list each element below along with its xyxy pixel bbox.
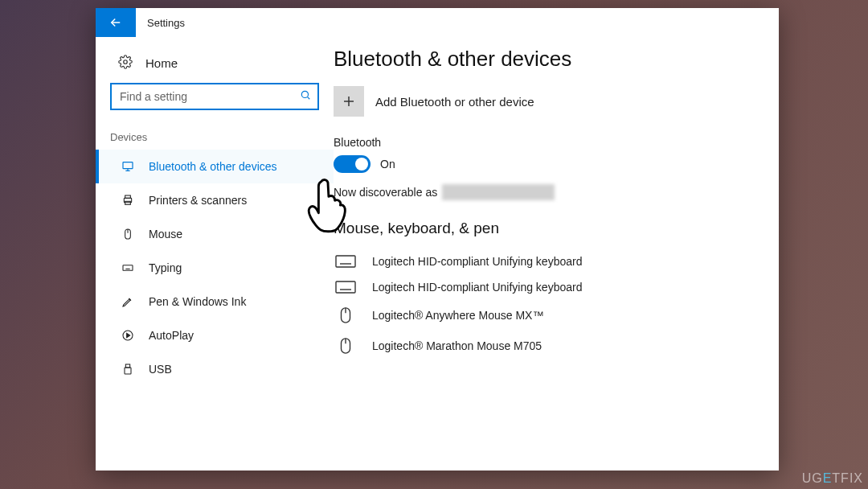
svg-rect-18: [125, 364, 129, 368]
page-title: Bluetooth & other devices: [334, 47, 760, 72]
mouse-icon: [121, 228, 136, 240]
home-link[interactable]: Home: [96, 47, 334, 80]
svg-rect-6: [125, 201, 131, 204]
sidebar-item-pen[interactable]: Pen & Windows Ink: [96, 285, 334, 318]
svg-rect-19: [125, 368, 131, 374]
device-list: Logitech HID-compliant Unifying keyboard…: [334, 249, 760, 361]
usb-icon: [121, 363, 136, 376]
watermark: UGETFIX: [802, 471, 863, 486]
sidebar-item-label: Printers & scanners: [149, 194, 247, 207]
title-bar: Settings: [96, 8, 779, 37]
sidebar-item-label: Typing: [149, 261, 182, 274]
sidebar-item-mouse[interactable]: Mouse: [96, 217, 334, 251]
keyboard-icon: [121, 261, 136, 274]
settings-window: Settings Home Devices: [96, 8, 779, 471]
mouse-icon: [334, 337, 358, 355]
toggle-knob: [355, 158, 368, 171]
back-button[interactable]: [96, 8, 136, 37]
autoplay-icon: [121, 329, 136, 342]
bluetooth-label: Bluetooth: [334, 136, 760, 149]
svg-point-1: [301, 91, 308, 97]
gear-icon: [118, 55, 133, 72]
printer-icon: [121, 194, 136, 207]
sidebar: Home Devices Bluetooth & other devices: [96, 37, 334, 471]
main-pane: Bluetooth & other devices Add Bluetooth …: [334, 37, 779, 471]
app-title: Settings: [136, 17, 185, 29]
bluetooth-icon: [121, 160, 136, 173]
discoverable-text: Now discoverable as: [334, 184, 760, 200]
plus-icon: [342, 94, 356, 109]
section-title: Mouse, keyboard, & pen: [334, 220, 760, 237]
sidebar-item-typing[interactable]: Typing: [96, 251, 334, 285]
sidebar-item-usb[interactable]: USB: [96, 352, 334, 386]
search-input[interactable]: [120, 90, 300, 103]
device-item[interactable]: Logitech HID-compliant Unifying keyboard: [334, 274, 760, 300]
bluetooth-toggle[interactable]: [334, 155, 371, 173]
search-box[interactable]: [110, 83, 319, 110]
svg-rect-5: [125, 195, 131, 198]
sidebar-item-bluetooth[interactable]: Bluetooth & other devices: [96, 150, 334, 183]
svg-marker-17: [127, 333, 130, 337]
search-icon: [300, 89, 311, 104]
mouse-icon: [334, 306, 358, 324]
section-label: Devices: [96, 125, 334, 150]
sidebar-item-label: USB: [149, 363, 172, 376]
svg-rect-9: [123, 265, 133, 271]
svg-rect-22: [336, 256, 355, 267]
sidebar-item-label: Bluetooth & other devices: [149, 160, 277, 173]
sidebar-item-autoplay[interactable]: AutoPlay: [96, 318, 334, 352]
keyboard-icon: [334, 255, 358, 268]
home-label: Home: [145, 56, 178, 70]
sidebar-item-printers[interactable]: Printers & scanners: [96, 183, 334, 217]
nav-list: Bluetooth & other devices Printers & sca…: [96, 150, 334, 386]
sidebar-item-label: Pen & Windows Ink: [149, 295, 246, 308]
device-label: Logitech® Anywhere Mouse MX™: [372, 309, 543, 322]
add-device-label: Add Bluetooth or other device: [375, 95, 534, 109]
redacted-device-name: [442, 184, 555, 200]
svg-rect-29: [336, 281, 355, 293]
sidebar-item-label: Mouse: [149, 228, 182, 240]
device-item[interactable]: Logitech® Anywhere Mouse MX™: [334, 300, 760, 331]
svg-rect-3: [123, 162, 133, 169]
device-item[interactable]: Logitech® Marathon Mouse M705: [334, 331, 760, 361]
keyboard-icon: [334, 281, 358, 294]
device-label: Logitech HID-compliant Unifying keyboard: [372, 281, 582, 294]
plus-tile: [334, 86, 364, 117]
device-label: Logitech HID-compliant Unifying keyboard: [372, 255, 582, 268]
add-device-button[interactable]: Add Bluetooth or other device: [334, 86, 760, 117]
device-item[interactable]: Logitech HID-compliant Unifying keyboard: [334, 249, 760, 274]
device-label: Logitech® Marathon Mouse M705: [372, 339, 542, 352]
pen-icon: [121, 295, 136, 308]
svg-point-0: [124, 60, 128, 64]
back-arrow-icon: [108, 15, 123, 30]
sidebar-item-label: AutoPlay: [149, 329, 194, 342]
discoverable-prefix: Now discoverable as: [334, 186, 437, 199]
svg-line-2: [308, 97, 310, 100]
toggle-state-label: On: [380, 158, 395, 171]
